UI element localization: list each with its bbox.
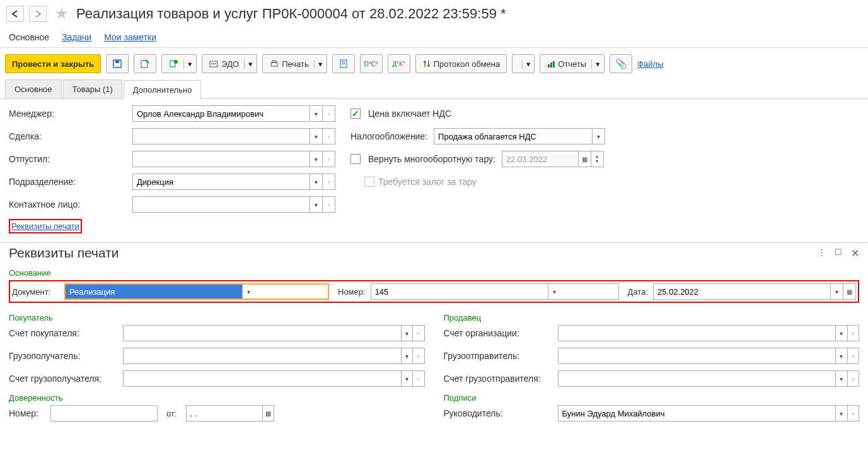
poa-num-label: Номер: (9, 408, 47, 418)
buyer-group: Покупатель (9, 313, 425, 322)
settings-menu-button[interactable]: ▾ (512, 54, 535, 73)
svg-rect-17 (550, 62, 552, 68)
calendar-icon[interactable]: ▦ (262, 406, 273, 421)
print-requisites-link[interactable]: Реквизиты печати (11, 221, 79, 231)
svg-rect-16 (548, 64, 550, 68)
dropdown-icon[interactable]: ▾ (310, 129, 322, 144)
nav-back-button[interactable] (6, 6, 24, 22)
print-requisites-highlight: Реквизиты печати (9, 219, 82, 233)
svg-point-4 (174, 60, 178, 64)
nav-forward-button[interactable] (29, 6, 47, 22)
dropdown-icon[interactable]: ▾ (310, 174, 322, 189)
poa-num-field[interactable] (50, 405, 158, 422)
favorite-star-icon[interactable]: ★ (54, 4, 69, 23)
panel-title: Реквизиты печати (9, 245, 119, 261)
return-tare-checkbox[interactable] (350, 154, 361, 164)
sign-group: Подписи (444, 393, 860, 403)
svg-point-8 (215, 63, 216, 64)
date-field[interactable]: ▾ ▦ (653, 283, 856, 300)
return-tare-date[interactable]: ▦ ▴▾ (502, 151, 604, 167)
consignee-acct-field[interactable]: ▾▫ (123, 370, 425, 387)
tab-main[interactable]: Основное (5, 80, 62, 98)
dept-field[interactable]: ▾ ▫ (132, 174, 335, 190)
org-acct-field[interactable]: ▾▫ (558, 325, 860, 341)
chevron-down-icon[interactable]: ▾ (314, 59, 327, 69)
svg-point-6 (211, 63, 212, 64)
chevron-down-icon[interactable]: ▾ (244, 59, 257, 69)
date-label: Дата: (628, 287, 648, 297)
doc-field[interactable]: ▾ (64, 283, 329, 300)
doc-icon-button[interactable] (332, 54, 355, 73)
dropdown-icon[interactable]: ▾ (242, 285, 255, 298)
tax-label: Налогообложение: (350, 131, 427, 141)
dropdown-icon[interactable]: ▾ (310, 197, 322, 212)
open-icon[interactable]: ▫ (322, 174, 335, 189)
basis-row-highlight: Документ: ▾ Номер: ▾ Дата: ▾ ▦ (9, 280, 859, 303)
consignee-field[interactable]: ▾▫ (123, 348, 425, 364)
manager-field[interactable]: ▾ ▫ (132, 105, 335, 122)
consignor-field[interactable]: ▾▫ (558, 348, 860, 364)
tab-goods[interactable]: Товары (1) (63, 80, 122, 98)
price-vat-label: Цена включает НДС (368, 109, 451, 119)
consignee-acct-label: Счет грузополучателя: (9, 374, 119, 384)
dropdown-icon[interactable]: ▾ (548, 284, 560, 299)
poa-from-field[interactable]: ▦ (186, 405, 274, 422)
basis-group: Основание (9, 268, 859, 278)
head-label: Руководитель: (444, 408, 554, 418)
tax-field[interactable]: ▾ (434, 128, 605, 144)
calendar-icon[interactable]: ▦ (843, 284, 855, 299)
nav-tasks[interactable]: Задачи (62, 32, 91, 42)
calendar-icon[interactable]: ▦ (578, 151, 591, 167)
spinner-icon[interactable]: ▴▾ (591, 151, 603, 167)
num-label: Номер: (338, 287, 366, 297)
maximize-icon[interactable]: ☐ (835, 247, 842, 259)
tab-extra[interactable]: Дополнительно (124, 80, 202, 99)
released-field[interactable]: ▾ ▫ (132, 151, 335, 167)
dropdown-icon[interactable]: ▾ (592, 129, 605, 144)
drcr-button[interactable]: DᴿCᴿ (360, 54, 383, 73)
reports-button[interactable]: Отчеты ▾ (540, 54, 605, 73)
open-icon[interactable]: ▫ (322, 129, 335, 144)
chevron-down-icon[interactable]: ▾ (522, 59, 535, 69)
open-icon[interactable]: ▫ (322, 151, 335, 167)
deposit-label: Требуется залог за тару (378, 177, 477, 187)
protocol-button[interactable]: Протокол обмена (415, 54, 507, 73)
chevron-down-icon[interactable]: ▾ (591, 59, 604, 69)
buyer-acct-label: Счет покупателя: (9, 328, 119, 338)
files-link[interactable]: Файлы (637, 59, 663, 69)
return-tare-label: Вернуть многооборотную тару: (368, 154, 495, 164)
post-button[interactable] (134, 54, 156, 73)
consignor-acct-label: Счет грузоотправителя: (444, 374, 554, 384)
open-icon[interactable]: ▫ (322, 197, 335, 212)
print-button[interactable]: Печать ▾ (262, 54, 327, 73)
dtkt-button[interactable]: ДᵀКᵀ (388, 54, 410, 73)
dropdown-icon[interactable]: ▾ (830, 284, 843, 299)
dropdown-icon[interactable]: ▾ (310, 151, 322, 167)
buyer-acct-field[interactable]: ▾▫ (123, 325, 425, 341)
svg-rect-10 (272, 61, 276, 62)
price-vat-checkbox[interactable] (350, 109, 361, 119)
chevron-down-icon[interactable]: ▾ (183, 59, 196, 69)
edo-button[interactable]: ЭДО ▾ (202, 54, 257, 73)
open-icon[interactable]: ▫ (322, 106, 335, 121)
create-based-button[interactable]: ▾ (161, 54, 197, 73)
dropdown-icon[interactable]: ▾ (310, 106, 322, 121)
nav-main[interactable]: Основное (9, 32, 49, 42)
save-button[interactable] (106, 54, 129, 73)
deal-label: Сделка: (9, 131, 129, 141)
head-field[interactable]: ▾▫ (558, 405, 860, 422)
nav-notes[interactable]: Мои заметки (104, 32, 156, 42)
deal-field[interactable]: ▾ ▫ (132, 128, 335, 144)
contact-field[interactable]: ▾ ▫ (132, 196, 335, 213)
consignor-acct-field[interactable]: ▾▫ (558, 370, 860, 387)
more-icon[interactable]: ⋮ (818, 247, 826, 259)
close-icon[interactable]: ✕ (851, 247, 859, 259)
poa-from-label: от: (166, 409, 177, 418)
num-field[interactable]: ▾ (371, 283, 619, 300)
page-title: Реализация товаров и услуг ПР0К-000004 о… (76, 6, 506, 22)
org-acct-label: Счет организации: (444, 328, 554, 338)
svg-rect-18 (553, 61, 555, 68)
post-close-button[interactable]: Провести и закрыть (5, 54, 101, 73)
doc-label: Документ: (12, 287, 59, 297)
attach-button[interactable]: 📎 (610, 54, 632, 73)
